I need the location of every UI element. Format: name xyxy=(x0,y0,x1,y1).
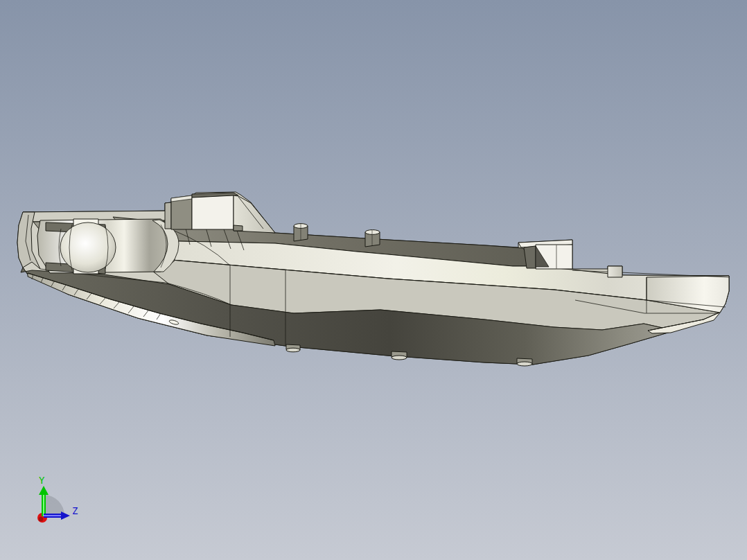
fwd-box-face xyxy=(192,195,234,229)
hull-stub-aft xyxy=(517,358,532,366)
bow-roller xyxy=(60,222,116,272)
fwd-box-column xyxy=(171,197,192,229)
axis-y-label: Y xyxy=(39,475,45,486)
deck-bollard-forward xyxy=(294,224,308,241)
deck-step-block xyxy=(608,266,622,277)
cad-viewport[interactable]: Y Z xyxy=(0,0,747,560)
hull-stub-forward xyxy=(286,344,300,352)
hull-stub-mid xyxy=(392,351,407,360)
deck-bollard-mid xyxy=(365,230,380,247)
fwd-box-notch xyxy=(234,225,243,231)
fwd-box-step xyxy=(165,202,171,229)
superstructure-aft xyxy=(518,240,572,269)
axis-z-label: Z xyxy=(72,505,78,516)
